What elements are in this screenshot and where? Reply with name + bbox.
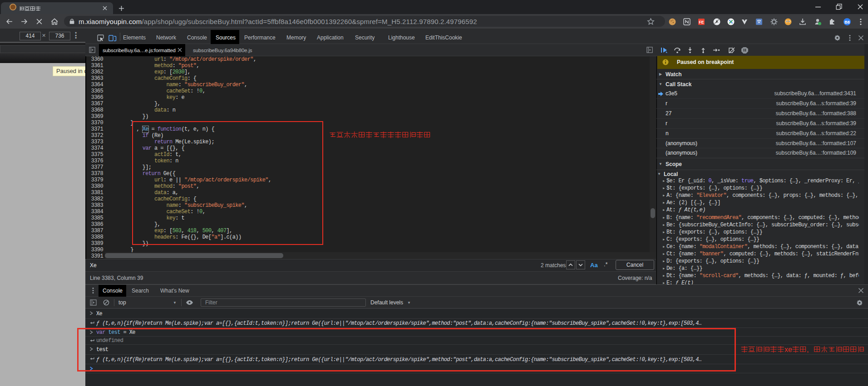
svg-text:FE: FE — [699, 20, 704, 24]
svg-text:B8: B8 — [844, 20, 850, 24]
